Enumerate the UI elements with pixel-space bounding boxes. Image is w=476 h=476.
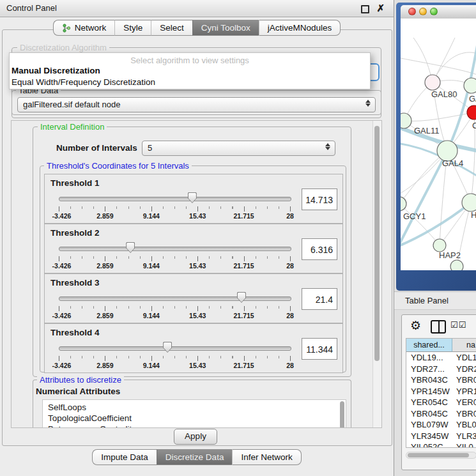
discretization-algorithm-group-title: Discretization Algorithm <box>17 43 109 52</box>
slider-scale: -3.4262.859 9.14415.43 21.71528 <box>59 362 290 369</box>
float-window-button[interactable] <box>361 5 369 13</box>
threshold-3-value-field[interactable]: 21.4 <box>302 288 337 310</box>
threshold-1-value-field[interactable]: 14.713 <box>302 188 337 210</box>
network-graph: GAL80 GA C GAL11 GAL4 GCY1 H HAP2 <box>401 19 476 270</box>
table-horizontal-scrollbar[interactable] <box>406 452 476 459</box>
interval-definition-group: Interval Definition Number of Intervals … <box>33 127 351 377</box>
table-panel: ⚙ ☑☑ shared... na YDL19...YDL1 YDR27...Y… <box>401 314 476 470</box>
tab-discretize-data[interactable]: Discretize Data <box>157 449 233 465</box>
table-row[interactable]: YDL19...YDL1 <box>406 352 476 364</box>
close-window-icon[interactable] <box>408 8 416 15</box>
slider-scale: -3.4262.859 9.14415.43 21.71528 <box>59 312 290 319</box>
number-of-intervals-value: 5 <box>148 143 152 153</box>
network-node-labels: GAL80 GA C GAL11 GAL4 GCY1 H HAP2 <box>403 89 476 260</box>
network-view-window: GAL80 GA C GAL11 GAL4 GCY1 H HAP2 <box>396 3 476 291</box>
list-scrollbar[interactable] <box>340 401 344 428</box>
number-of-intervals-label: Number of Intervals <box>56 143 137 153</box>
threshold-4-value-field[interactable]: 11.344 <box>302 338 337 360</box>
settings-vertical-scrollbar[interactable] <box>372 121 381 427</box>
gear-icon[interactable]: ⚙ <box>410 319 421 333</box>
table-data-combobox[interactable]: galFiltered.sif default node <box>17 97 376 112</box>
table-data-selected-value: galFiltered.sif default node <box>23 100 120 109</box>
table-rows: YDL19...YDL1 YDR27...YDR2 YBR043CYBR0 YP… <box>406 352 476 448</box>
threshold-2-slider[interactable]: -3.4262.859 9.14415.43 21.71528 <box>59 242 290 269</box>
column-header-shared-name[interactable]: shared... <box>406 339 452 352</box>
algorithm-placeholder: Select algorithm to view settings <box>10 56 370 65</box>
node-bottom[interactable] <box>450 260 463 270</box>
minimize-window-icon[interactable] <box>419 8 427 15</box>
tab-select[interactable]: Select <box>151 20 192 36</box>
table-row[interactable]: YBR043CYBR0 <box>406 374 476 386</box>
node-h[interactable] <box>462 194 476 211</box>
node-label-gal80: GAL80 <box>431 89 457 99</box>
thresholds-group: Threshold's Coordinates for 5 Intervals … <box>40 165 346 372</box>
threshold-2-value-field[interactable]: 6.316 <box>302 238 337 260</box>
tab-jactivemnodules[interactable]: jActiveMNodules <box>259 20 341 36</box>
scrollbar-thumb[interactable] <box>408 453 469 457</box>
node-table: shared... na YDL19...YDL1 YDR27...YDR2 Y… <box>406 338 476 448</box>
number-of-intervals-combobox[interactable]: 5 <box>142 141 335 156</box>
list-item[interactable]: SelfLoops <box>43 400 346 413</box>
table-row[interactable]: YDR27...YDR2 <box>406 364 476 375</box>
tab-infer-network[interactable]: Infer Network <box>232 449 301 465</box>
node-gcy1[interactable] <box>401 197 406 211</box>
threshold-1-slider-thumb[interactable] <box>188 192 197 203</box>
threshold-1-panel: Threshold 1 -3.4262.859 9.14415.43 21.71… <box>44 174 343 224</box>
tab-network-label: Network <box>75 20 107 35</box>
node-label-gal4: GAL4 <box>442 158 463 168</box>
node-label-gal11: GAL11 <box>414 126 440 135</box>
numerical-attributes-label: Numerical Attributes <box>36 387 120 396</box>
checkbox-columns-icon[interactable]: ☑☑ <box>450 320 466 330</box>
tab-network[interactable]: Network <box>53 20 115 36</box>
control-panel-titlebar: Control Panel ✗ <box>0 0 394 17</box>
column-header-name[interactable]: na <box>452 339 476 352</box>
numerical-attributes-list[interactable]: SelfLoops TopologicalCoefficient Between… <box>42 399 346 428</box>
node-gal11[interactable] <box>401 113 411 128</box>
threshold-4-slider-thumb[interactable] <box>163 342 172 353</box>
control-panel: Control Panel ✗ Network Style Select Cyn… <box>0 0 394 476</box>
option-equal-width-frequency[interactable]: Equal Width/Frequency Discretization <box>12 77 155 87</box>
node-label-partial-c: C <box>472 121 476 130</box>
table-panel-titlebar: Table Panel <box>394 291 476 310</box>
tab-style[interactable]: Style <box>114 20 151 36</box>
zoom-window-icon[interactable] <box>430 8 438 15</box>
table-row[interactable]: YLR345WYLR3 <box>406 431 476 442</box>
threshold-1-label: Threshold 1 <box>50 178 100 188</box>
node-label-gcy1: GCY1 <box>403 211 426 221</box>
apply-button[interactable]: Apply <box>174 429 217 445</box>
threshold-3-panel: Threshold 3 -3.4262.859 9.14415.43 21.71… <box>44 273 343 323</box>
network-canvas[interactable]: GAL80 GA C GAL11 GAL4 GCY1 H HAP2 <box>401 19 476 270</box>
split-columns-icon[interactable] <box>431 320 446 334</box>
table-row[interactable]: YBR045CYBR0 <box>406 408 476 420</box>
slider-scale: -3.4262.859 9.14415.43 21.71528 <box>59 212 290 220</box>
threshold-2-slider-thumb[interactable] <box>126 242 135 253</box>
node-green-right[interactable] <box>464 78 476 93</box>
threshold-3-slider[interactable]: -3.4262.859 9.14415.43 21.71528 <box>59 292 290 319</box>
table-data-group: Table Data galFiltered.sif default node <box>12 90 381 118</box>
table-row[interactable]: YBL079WYBL0 <box>406 419 476 431</box>
algorithm-dropdown-popup: Select algorithm to view settings Manual… <box>9 52 371 89</box>
table-row[interactable]: YER054CYER0 <box>406 397 476 408</box>
attributes-group: Attributes to discretize Numerical Attri… <box>33 380 351 428</box>
option-manual-discretization[interactable]: Manual Discretization <box>12 66 100 75</box>
scrollbar-thumb[interactable] <box>374 126 380 361</box>
close-panel-button[interactable]: ✗ <box>376 1 385 16</box>
table-panel-title: Table Panel <box>405 292 449 309</box>
top-tab-bar: Network Style Select Cyni Toolbox jActiv… <box>0 20 394 36</box>
bottom-tab-bar: Impute Data Discretize Data Infer Networ… <box>0 449 394 465</box>
table-row[interactable]: YIL052CYIL0 <box>406 441 476 448</box>
node-label-partial-h: H <box>471 210 476 220</box>
network-window-titlebar[interactable] <box>401 5 476 19</box>
threshold-3-slider-thumb[interactable] <box>237 292 246 303</box>
tab-impute-data[interactable]: Impute Data <box>92 449 157 465</box>
node-pink[interactable] <box>425 75 440 90</box>
slider-scale: -3.4262.859 9.14415.43 21.71528 <box>59 262 290 270</box>
list-item[interactable]: BetweennessCentrality <box>43 424 346 428</box>
threshold-1-slider[interactable]: -3.4262.859 9.14415.43 21.71528 <box>59 192 290 219</box>
threshold-4-slider[interactable]: -3.4262.859 9.14415.43 21.71528 <box>59 342 290 369</box>
node-hap2[interactable] <box>433 239 446 252</box>
node-label-hap2: HAP2 <box>439 250 461 260</box>
tab-cyni-toolbox[interactable]: Cyni Toolbox <box>192 20 259 36</box>
table-row[interactable]: YPR145WYPR1 <box>406 386 476 397</box>
list-item[interactable]: TopologicalCoefficient <box>43 413 346 424</box>
